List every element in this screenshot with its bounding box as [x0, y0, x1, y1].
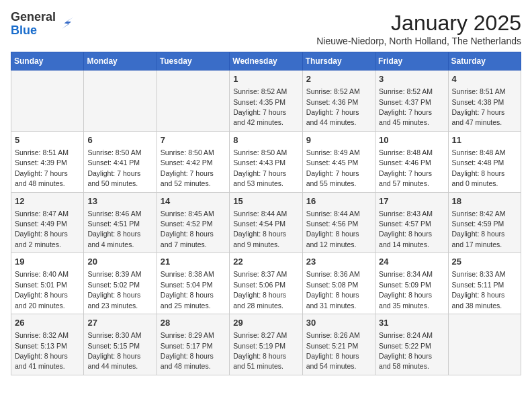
calendar-cell: 19Sunrise: 8:40 AM Sunset: 5:01 PM Dayli… [11, 253, 84, 314]
calendar-cell: 16Sunrise: 8:44 AM Sunset: 4:56 PM Dayli… [302, 192, 375, 253]
logo-bird-icon [57, 15, 76, 34]
calendar-cell: 5Sunrise: 8:51 AM Sunset: 4:39 PM Daylig… [11, 131, 84, 192]
day-number: 19 [15, 256, 80, 268]
weekday-header-friday: Friday [375, 52, 448, 71]
day-info: Sunrise: 8:52 AM Sunset: 4:37 PM Dayligh… [379, 87, 433, 126]
day-info: Sunrise: 8:27 AM Sunset: 5:19 PM Dayligh… [233, 331, 287, 370]
day-number: 12 [15, 195, 80, 208]
weekday-header-monday: Monday [84, 52, 157, 71]
logo-general: General [11, 11, 56, 24]
day-number: 31 [379, 317, 444, 329]
day-number: 1 [233, 73, 298, 85]
day-info: Sunrise: 8:24 AM Sunset: 5:22 PM Dayligh… [379, 331, 433, 370]
calendar-cell: 12Sunrise: 8:47 AM Sunset: 4:49 PM Dayli… [11, 192, 84, 253]
svg-marker-0 [62, 17, 74, 29]
logo: General Blue [11, 11, 76, 38]
day-info: Sunrise: 8:26 AM Sunset: 5:21 PM Dayligh… [306, 331, 360, 370]
logo-blue: Blue [11, 24, 56, 38]
month-title: January 2025 [316, 11, 521, 36]
day-number: 10 [379, 134, 444, 146]
calendar-cell: 28Sunrise: 8:29 AM Sunset: 5:17 PM Dayli… [157, 314, 229, 375]
calendar-cell: 10Sunrise: 8:48 AM Sunset: 4:46 PM Dayli… [375, 131, 448, 192]
day-info: Sunrise: 8:37 AM Sunset: 5:06 PM Dayligh… [233, 270, 287, 309]
calendar-week-1: 1Sunrise: 8:52 AM Sunset: 4:35 PM Daylig… [11, 71, 521, 132]
day-info: Sunrise: 8:33 AM Sunset: 5:11 PM Dayligh… [452, 270, 506, 309]
day-info: Sunrise: 8:44 AM Sunset: 4:56 PM Dayligh… [306, 210, 360, 248]
calendar-cell: 6Sunrise: 8:50 AM Sunset: 4:41 PM Daylig… [84, 131, 157, 192]
day-number: 7 [161, 134, 226, 146]
calendar-cell [157, 71, 229, 132]
day-number: 23 [306, 256, 371, 268]
day-info: Sunrise: 8:34 AM Sunset: 5:09 PM Dayligh… [379, 270, 433, 309]
calendar-cell: 1Sunrise: 8:52 AM Sunset: 4:35 PM Daylig… [230, 71, 302, 132]
day-info: Sunrise: 8:39 AM Sunset: 5:02 PM Dayligh… [87, 270, 141, 309]
day-number: 18 [452, 195, 517, 208]
day-info: Sunrise: 8:36 AM Sunset: 5:08 PM Dayligh… [306, 270, 360, 309]
day-info: Sunrise: 8:51 AM Sunset: 4:38 PM Dayligh… [452, 87, 506, 126]
calendar-week-4: 19Sunrise: 8:40 AM Sunset: 5:01 PM Dayli… [11, 253, 521, 314]
day-number: 20 [87, 256, 152, 268]
day-number: 27 [87, 317, 152, 329]
calendar-cell: 9Sunrise: 8:49 AM Sunset: 4:45 PM Daylig… [302, 131, 375, 192]
day-info: Sunrise: 8:43 AM Sunset: 4:57 PM Dayligh… [379, 210, 433, 248]
day-number: 26 [15, 317, 80, 329]
day-number: 30 [306, 317, 371, 329]
day-info: Sunrise: 8:50 AM Sunset: 4:41 PM Dayligh… [87, 148, 141, 187]
calendar-cell: 17Sunrise: 8:43 AM Sunset: 4:57 PM Dayli… [375, 192, 448, 253]
calendar-week-5: 26Sunrise: 8:32 AM Sunset: 5:13 PM Dayli… [11, 314, 521, 375]
calendar-cell [84, 71, 157, 132]
calendar-cell: 21Sunrise: 8:38 AM Sunset: 5:04 PM Dayli… [157, 253, 229, 314]
day-info: Sunrise: 8:52 AM Sunset: 4:35 PM Dayligh… [233, 87, 287, 126]
day-info: Sunrise: 8:38 AM Sunset: 5:04 PM Dayligh… [161, 270, 214, 309]
day-info: Sunrise: 8:49 AM Sunset: 4:45 PM Dayligh… [306, 148, 360, 187]
day-number: 25 [452, 256, 517, 268]
day-number: 13 [87, 195, 152, 208]
calendar-cell: 15Sunrise: 8:44 AM Sunset: 4:54 PM Dayli… [230, 192, 302, 253]
calendar-cell: 7Sunrise: 8:50 AM Sunset: 4:42 PM Daylig… [157, 131, 229, 192]
calendar-cell: 30Sunrise: 8:26 AM Sunset: 5:21 PM Dayli… [302, 314, 375, 375]
calendar-cell: 27Sunrise: 8:30 AM Sunset: 5:15 PM Dayli… [84, 314, 157, 375]
day-number: 16 [306, 195, 371, 208]
logo-text: General Blue [11, 11, 56, 38]
day-number: 6 [87, 134, 152, 146]
calendar-cell: 2Sunrise: 8:52 AM Sunset: 4:36 PM Daylig… [302, 71, 375, 132]
location-subtitle: Nieuwe-Niedorp, North Holland, The Nethe… [316, 36, 521, 46]
calendar-week-2: 5Sunrise: 8:51 AM Sunset: 4:39 PM Daylig… [11, 131, 521, 192]
calendar-cell: 8Sunrise: 8:50 AM Sunset: 4:43 PM Daylig… [230, 131, 302, 192]
calendar-cell [11, 71, 84, 132]
day-info: Sunrise: 8:44 AM Sunset: 4:54 PM Dayligh… [233, 210, 287, 248]
weekday-header-saturday: Saturday [448, 52, 521, 71]
day-number: 17 [379, 195, 444, 208]
day-number: 9 [306, 134, 371, 146]
calendar-cell: 25Sunrise: 8:33 AM Sunset: 5:11 PM Dayli… [448, 253, 521, 314]
calendar-cell: 3Sunrise: 8:52 AM Sunset: 4:37 PM Daylig… [375, 71, 448, 132]
calendar-cell: 18Sunrise: 8:42 AM Sunset: 4:59 PM Dayli… [448, 192, 521, 253]
day-info: Sunrise: 8:46 AM Sunset: 4:51 PM Dayligh… [87, 210, 141, 248]
day-info: Sunrise: 8:52 AM Sunset: 4:36 PM Dayligh… [306, 87, 360, 126]
weekday-header-wednesday: Wednesday [230, 52, 302, 71]
day-info: Sunrise: 8:47 AM Sunset: 4:49 PM Dayligh… [15, 210, 69, 248]
day-number: 22 [233, 256, 298, 268]
calendar-cell: 14Sunrise: 8:45 AM Sunset: 4:52 PM Dayli… [157, 192, 229, 253]
calendar-cell: 22Sunrise: 8:37 AM Sunset: 5:06 PM Dayli… [230, 253, 302, 314]
day-number: 5 [15, 134, 80, 146]
day-info: Sunrise: 8:29 AM Sunset: 5:17 PM Dayligh… [161, 331, 214, 370]
weekday-header-row: SundayMondayTuesdayWednesdayThursdayFrid… [11, 52, 521, 71]
day-number: 21 [161, 256, 226, 268]
page-header: General Blue January 2025 Nieuwe-Niedorp… [11, 11, 521, 46]
calendar-table: SundayMondayTuesdayWednesdayThursdayFrid… [11, 52, 521, 375]
weekday-header-thursday: Thursday [302, 52, 375, 71]
day-number: 4 [452, 73, 517, 85]
day-info: Sunrise: 8:50 AM Sunset: 4:42 PM Dayligh… [161, 148, 214, 187]
day-number: 11 [452, 134, 517, 146]
day-info: Sunrise: 8:40 AM Sunset: 5:01 PM Dayligh… [15, 270, 69, 309]
calendar-cell: 13Sunrise: 8:46 AM Sunset: 4:51 PM Dayli… [84, 192, 157, 253]
calendar-cell: 20Sunrise: 8:39 AM Sunset: 5:02 PM Dayli… [84, 253, 157, 314]
day-number: 8 [233, 134, 298, 146]
day-number: 29 [233, 317, 298, 329]
day-info: Sunrise: 8:48 AM Sunset: 4:48 PM Dayligh… [452, 148, 506, 187]
day-info: Sunrise: 8:50 AM Sunset: 4:43 PM Dayligh… [233, 148, 287, 187]
day-info: Sunrise: 8:45 AM Sunset: 4:52 PM Dayligh… [161, 210, 214, 248]
weekday-header-tuesday: Tuesday [157, 52, 229, 71]
day-number: 14 [161, 195, 226, 208]
